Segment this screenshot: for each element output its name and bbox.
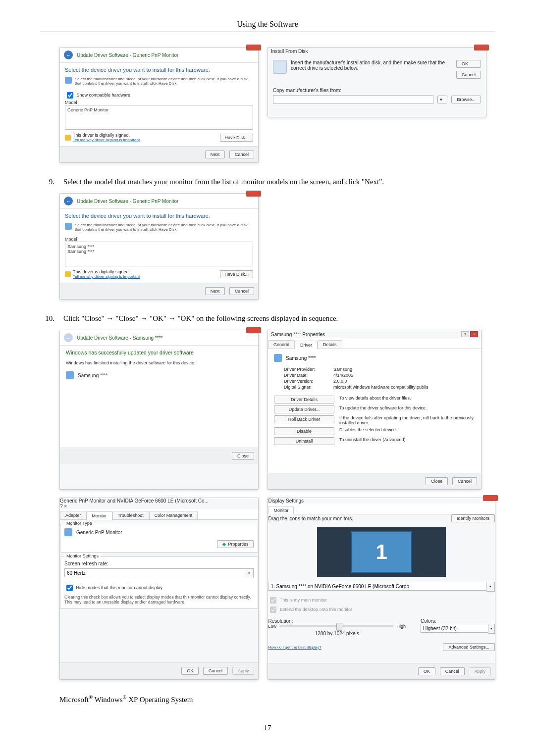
chevron-down-icon[interactable]: ▾ — [437, 96, 447, 103]
close-button[interactable]: Close — [426, 477, 448, 485]
have-disk-button[interactable]: Have Disk... — [220, 270, 253, 278]
close-icon[interactable] — [474, 45, 489, 50]
apply-button: Apply — [232, 667, 255, 675]
update-driver-desc: To update the driver software for this d… — [339, 405, 475, 410]
tab-driver[interactable]: Driver — [295, 341, 318, 349]
browse-button[interactable]: Browse... — [451, 96, 481, 103]
show-compatible-checkbox[interactable]: Show compatible hardware — [65, 93, 130, 98]
cancel-button[interactable]: Cancel — [203, 667, 228, 675]
close-icon[interactable] — [246, 327, 261, 333]
close-icon[interactable]: × — [470, 331, 478, 337]
close-icon[interactable] — [246, 45, 261, 50]
help-icon[interactable]: ? — [461, 331, 469, 337]
model-item[interactable]: Samsung **** — [67, 249, 251, 254]
slider-thumb[interactable] — [336, 623, 342, 631]
cancel-button[interactable]: Cancel — [229, 287, 254, 295]
dialog-title: Samsung **** Properties — [271, 332, 325, 337]
tab-details[interactable]: Details — [318, 340, 342, 349]
model-item[interactable]: Samsung **** — [67, 244, 251, 249]
resolution-slider[interactable]: Low High — [268, 624, 406, 629]
update-driver-success-dialog: ← Update Driver Software - Samsung **** … — [59, 330, 259, 490]
close-icon[interactable] — [483, 495, 498, 501]
ok-button[interactable]: OK — [456, 60, 481, 68]
properties-tabs: General Driver Details — [268, 338, 481, 349]
driver-details-button[interactable]: Driver Details — [274, 396, 334, 403]
tab-monitor[interactable]: Monitor — [87, 511, 112, 520]
wizard-title: Update Driver Software - Generic PnP Mon… — [77, 52, 178, 58]
cancel-button[interactable]: Cancel — [452, 477, 477, 485]
show-compatible-input[interactable] — [67, 92, 73, 99]
why-signing-link[interactable]: Tell me why driver signing is important — [73, 138, 140, 142]
slider-low-label: Low — [268, 624, 276, 629]
tab-general[interactable]: General — [268, 340, 295, 349]
monitor-thumbnail[interactable]: 1 — [351, 531, 412, 573]
model-listbox[interactable]: Samsung **** Samsung **** — [65, 242, 253, 266]
cancel-button[interactable]: Cancel — [456, 71, 481, 79]
cancel-button[interactable]: Cancel — [440, 667, 465, 675]
chevron-down-icon[interactable]: ▾ — [486, 582, 495, 592]
driver-signed-label: This driver is digitally signed. — [73, 269, 140, 274]
update-driver-button[interactable]: Update Driver... — [274, 405, 334, 413]
signer-label: Digital Signer: — [284, 385, 333, 390]
display-tabs: Monitor — [268, 504, 495, 514]
disable-button[interactable]: Disable — [274, 427, 334, 435]
wizard-step-title: Select the device driver you want to ins… — [65, 67, 253, 73]
version-value: 2.0.0.0 — [333, 379, 347, 384]
model-listbox[interactable]: Generic PnP Monitor — [65, 105, 253, 130]
cancel-button[interactable]: Cancel — [229, 151, 254, 158]
copy-from-input[interactable] — [273, 95, 433, 104]
model-item[interactable]: Generic PnP Monitor — [67, 107, 251, 112]
help-icon[interactable]: ? — [60, 504, 63, 509]
ok-button[interactable]: OK — [418, 667, 435, 675]
close-button[interactable]: Close — [232, 452, 254, 460]
next-button[interactable]: Next — [205, 287, 225, 295]
monitor-type-caption: Monitor Type — [64, 521, 94, 526]
shield-icon: ◆ — [222, 542, 226, 547]
close-icon[interactable]: × — [64, 504, 67, 509]
refresh-rate-select[interactable] — [64, 568, 245, 577]
wizard-note: Select the manufacturer and model of you… — [75, 77, 253, 86]
why-signing-link[interactable]: Tell me why driver signing is important — [73, 274, 140, 279]
apply-button: Apply — [469, 667, 491, 675]
back-icon[interactable]: ← — [64, 50, 73, 59]
wizard-step-title: Select the device driver you want to ins… — [65, 213, 253, 219]
hide-modes-checkbox[interactable]: Hide modes that this monitor cannot disp… — [64, 585, 162, 590]
next-button[interactable]: Next — [205, 151, 225, 158]
tab-color-management[interactable]: Color Management — [149, 511, 198, 519]
main-monitor-checkbox: This is my main monitor — [268, 598, 326, 603]
monitor-icon — [66, 371, 74, 379]
chevron-down-icon[interactable]: ▾ — [245, 568, 254, 578]
tab-monitor[interactable]: Monitor — [268, 506, 294, 514]
wizard-title: Update Driver Software - Samsung **** — [77, 335, 162, 341]
shield-icon — [65, 271, 71, 277]
monitor-select[interactable] — [268, 582, 486, 591]
back-icon[interactable]: ← — [64, 197, 73, 205]
device-name: Samsung **** — [78, 373, 108, 378]
hide-modes-input[interactable] — [66, 585, 73, 591]
install-msg: Insert the manufacturer's installation d… — [291, 60, 452, 71]
chevron-down-icon[interactable]: ▾ — [488, 624, 495, 634]
signer-value: microsoft windows hardware compatibility… — [333, 385, 428, 390]
properties-button[interactable]: ◆Properties — [217, 540, 254, 548]
tab-adapter[interactable]: Adapter — [60, 511, 87, 519]
best-display-link[interactable]: How do I get the best display? — [268, 645, 321, 650]
dialog-title: Display Settings — [268, 498, 304, 504]
identify-monitors-button[interactable]: Identify Monitors — [451, 514, 495, 522]
close-icon[interactable] — [246, 191, 261, 197]
monitor-preview[interactable]: 1 — [317, 527, 446, 577]
model-caption: Model — [65, 100, 253, 105]
disk-icon — [273, 60, 287, 74]
tab-troubleshoot[interactable]: Troubleshoot — [112, 511, 149, 519]
disable-desc: Disables the selected device. — [339, 427, 475, 432]
date-value: 4/14/2005 — [333, 373, 353, 378]
colors-select[interactable] — [421, 624, 488, 633]
page-header: Using the Software — [40, 20, 495, 29]
dialog-title: Install From Disk — [271, 49, 308, 54]
rollback-driver-button[interactable]: Roll Back Driver — [274, 415, 334, 423]
uninstall-button[interactable]: Uninstall — [274, 437, 334, 445]
advanced-settings-button[interactable]: Advanced Settings... — [443, 643, 495, 651]
success-title: Windows has successfully updated your dr… — [66, 350, 252, 355]
have-disk-button[interactable]: Have Disk... — [220, 134, 253, 142]
ok-button[interactable]: OK — [181, 667, 199, 675]
drag-label: Drag the icons to match your monitors. — [268, 516, 353, 521]
